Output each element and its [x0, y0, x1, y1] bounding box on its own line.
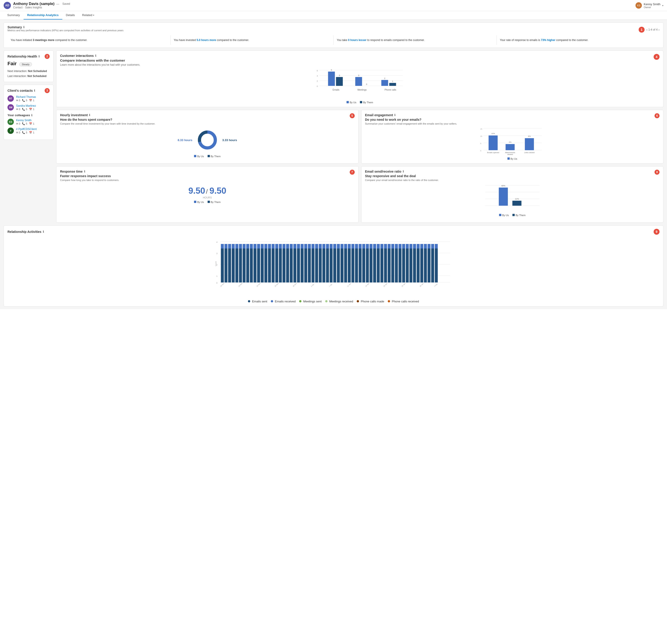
svg-rect-151 [380, 248, 384, 282]
relationship-health-card: Relationship Health ℹ 2 Fair Steady Next… [4, 50, 53, 82]
svg-text:7 Jan: 7 Jan [329, 283, 332, 287]
svg-rect-101 [290, 248, 293, 282]
svg-rect-144 [366, 244, 369, 248]
svg-rect-102 [290, 244, 293, 248]
step-badge-9: 9 [654, 229, 660, 235]
ee-info-icon[interactable]: ℹ [394, 114, 395, 117]
next-interaction: Not Scheduled [28, 69, 47, 73]
svg-rect-135 [352, 248, 355, 282]
tab-related[interactable]: Related ▾ [78, 11, 98, 19]
svg-rect-175 [424, 248, 427, 282]
svg-rect-163 [402, 248, 405, 282]
hi-title: Hourly investment [60, 113, 88, 117]
contact-name-ks[interactable]: Kenny Smith [16, 119, 34, 122]
contact-item-sm: SM Sandra Martinez ✉ 3 📞 5 📅 1 [7, 104, 50, 111]
svg-rect-64 [221, 244, 224, 248]
svg-rect-68 [228, 244, 231, 248]
contact-name-ppdf[interactable]: # PpdfCDSClient [16, 128, 37, 131]
svg-rect-132 [344, 244, 347, 248]
rt-subtitle: Faster responses impact success [60, 174, 119, 178]
svg-rect-172 [417, 244, 420, 248]
ci-desc: Learn more about the interactions you've… [60, 63, 140, 66]
svg-text:1: 1 [392, 80, 393, 82]
rt-info-icon[interactable]: ℹ [84, 170, 85, 173]
svg-rect-108 [301, 244, 304, 248]
summary-subtitle: Metrics and key performance indicators (… [7, 29, 124, 32]
header-contact-info: Anthony Davis (sample) — Saved Contact ·… [13, 2, 70, 9]
svg-rect-97 [282, 248, 286, 282]
svg-rect-119 [323, 248, 325, 282]
ee-legend: By Us [365, 158, 660, 160]
ra-info-icon[interactable]: ℹ [43, 230, 44, 233]
svg-rect-96 [279, 244, 282, 248]
svg-rect-129 [341, 248, 344, 282]
contact-item-rt: RT Richard Thomas ✉ 3 📞 5 📅 1 [7, 95, 50, 102]
next-page-button[interactable]: › [658, 28, 660, 32]
ci-info-icon[interactable]: ℹ [95, 54, 96, 57]
summary-card-4: Your rate of response to emails is 73% h… [497, 35, 660, 45]
svg-rect-80 [250, 244, 253, 248]
summary-card-3: You take 0 hours lesser to respond to em… [334, 35, 497, 45]
svg-text:4: 4 [317, 75, 318, 77]
svg-rect-171 [417, 248, 420, 282]
contact-avatar-ppdf: # [7, 128, 14, 134]
svg-text:0: 0 [216, 282, 217, 284]
user-chevron-icon[interactable]: ▾ [662, 4, 663, 7]
svg-rect-81 [254, 248, 257, 282]
svg-rect-115 [315, 248, 318, 282]
svg-text:3: 3 [216, 252, 217, 254]
esr-info-icon[interactable]: ℹ [403, 170, 404, 173]
breadcrumb-sales[interactable]: Sales Insights [25, 6, 42, 9]
svg-text:0: 0 [480, 150, 481, 152]
svg-rect-76 [243, 244, 246, 248]
step-badge-2: 2 [45, 54, 50, 59]
svg-rect-87 [264, 248, 267, 282]
colleagues-info-icon[interactable]: ℹ [31, 114, 32, 117]
summary-cards: You have initiated 3 meetings more compa… [7, 35, 660, 45]
contact-name-sm[interactable]: Sandra Martinez [16, 104, 36, 108]
tab-summary[interactable]: Summary [4, 11, 23, 19]
summary-card-1: You have initiated 3 meetings more compa… [7, 35, 170, 45]
svg-text:16 Jan: 16 Jan [365, 283, 370, 287]
prev-page-button[interactable]: ‹ [646, 28, 648, 32]
svg-rect-160 [395, 244, 398, 248]
breadcrumb-contact[interactable]: Contact [13, 6, 22, 9]
tab-relationship-analytics[interactable]: Relationship Analytics [23, 11, 62, 19]
svg-rect-112 [308, 244, 311, 248]
health-info-icon[interactable]: ℹ [38, 55, 40, 58]
svg-rect-148 [373, 244, 376, 248]
contact-name: Anthony Davis (sample) [13, 2, 54, 6]
ra-chart-container: 4 3 2 1 0 Count [7, 238, 660, 298]
svg-text:20 Dec: 20 Dec [256, 282, 261, 287]
svg-text:4%: 4% [508, 141, 511, 143]
hi-info-icon[interactable]: ℹ [89, 114, 90, 117]
donut-chart-svg [196, 129, 219, 151]
svg-text:25 Jan: 25 Jan [401, 283, 406, 287]
svg-text:Count: Count [215, 261, 217, 266]
contact-name-rt[interactable]: Richard Thomas [16, 95, 36, 99]
ra-chart-svg: 4 3 2 1 0 Count [7, 238, 660, 297]
user-name: Kenny Smith [644, 2, 661, 6]
svg-rect-34 [488, 135, 498, 150]
svg-rect-121 [326, 248, 329, 282]
svg-rect-176 [424, 244, 427, 248]
svg-rect-156 [388, 244, 391, 248]
tab-details[interactable]: Details [62, 11, 79, 19]
pagination: ‹ 1-4 of 4 › [646, 28, 660, 32]
svg-rect-170 [413, 244, 416, 248]
esr-chart-svg: 40% 11% [365, 184, 660, 211]
svg-text:16 Dec: 16 Dec [220, 282, 225, 287]
svg-rect-158 [391, 244, 394, 248]
svg-text:40%: 40% [501, 185, 505, 187]
svg-text:30 Jan: 30 Jan [419, 283, 424, 287]
ci-title: Customer interactions [60, 54, 94, 57]
hi-desc: Compare the overall time investment by y… [60, 122, 155, 125]
related-chevron-icon: ▾ [93, 14, 94, 16]
contacts-info-icon[interactable]: ℹ [34, 89, 35, 92]
svg-rect-142 [362, 244, 365, 248]
main-two-col: Relationship Health ℹ 2 Fair Steady Next… [4, 50, 663, 223]
summary-info-icon[interactable]: ℹ [23, 26, 25, 29]
step-badge-8: 8 [654, 170, 660, 175]
svg-rect-124 [330, 244, 333, 248]
svg-text:15: 15 [480, 128, 482, 130]
